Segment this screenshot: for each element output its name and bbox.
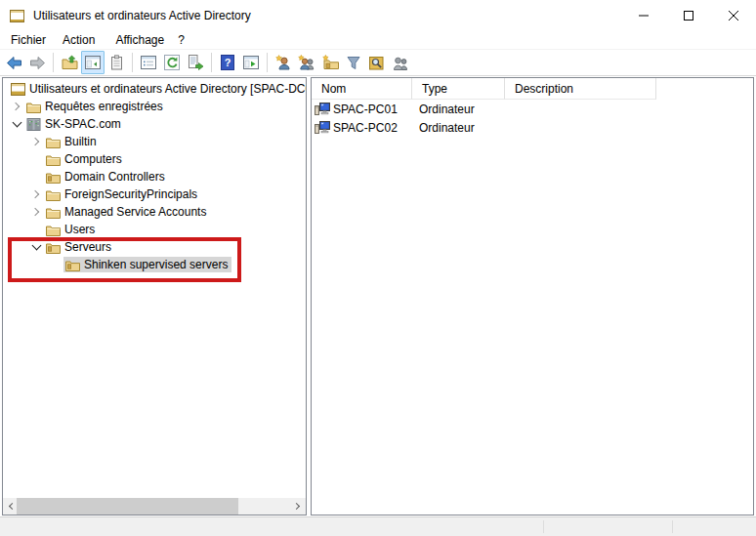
menu-item-affichage[interactable]: Affichage [113,33,166,47]
clipboard-button[interactable] [105,51,128,74]
tree-item[interactable]: SK-SPAC.com [3,115,306,133]
cell-name: SPAC-PC01 [312,103,412,116]
mmc-console-icon [10,10,24,22]
show-console-tree-button[interactable] [81,51,105,74]
chevron-spacer [48,257,63,272]
console-tree: Utilisateurs et ordinateurs Active Direc… [3,78,306,273]
refresh-button[interactable] [160,51,184,74]
toolbar-separator [267,53,268,72]
main-area: Utilisateurs et ordinateurs Active Direc… [0,77,756,516]
column-header-nom[interactable]: Nom [312,78,412,100]
tree-item[interactable]: Managed Service Accounts [3,203,306,221]
cell-type: Ordinateur [412,121,505,135]
scrollbar-thumb[interactable] [17,498,238,515]
tree-item[interactable]: Computers [3,150,306,168]
chevron-collapsed-icon[interactable] [28,186,44,202]
folder-icon [25,101,41,113]
tree-item[interactable]: Users [3,221,306,238]
chevron-expanded-icon[interactable] [28,239,44,255]
menu-item-action[interactable]: Action [61,33,97,47]
help-button[interactable]: ? [216,51,239,74]
security-group-button[interactable] [389,51,412,74]
toolbar-separator [132,53,133,72]
tree-item[interactable]: Domain Controllers [3,168,306,186]
domain-icon [25,118,41,131]
up-one-level-button[interactable] [58,51,81,74]
close-button[interactable] [711,0,756,31]
ou-icon [45,241,61,254]
menu-item-help[interactable]: ? [176,33,187,47]
window-controls [621,0,756,31]
filter-button[interactable] [342,51,365,74]
chevron-collapsed-icon[interactable] [28,204,44,220]
new-organizational-unit-icon [322,55,339,70]
maximize-button[interactable] [666,0,711,31]
tree-item-label: Utilisateurs et ordinateurs Active Direc… [29,82,307,96]
horizontal-scrollbar[interactable] [3,498,306,515]
status-bar [0,516,756,536]
toolbar-separator [53,53,54,72]
tree-item-label: Serveurs [64,240,111,254]
tree-item[interactable]: Shinken supervised servers [3,256,306,273]
cell-name: SPAC-PC02 [312,121,412,135]
refresh-icon [164,55,180,70]
list-row[interactable]: SPAC-PC01Ordinateur [312,100,753,118]
chevron-expanded-icon[interactable] [9,116,24,132]
new-user-button[interactable] [272,51,295,74]
up-one-level-icon [62,55,78,70]
status-divider [543,520,544,533]
tree-item[interactable]: Requêtes enregistrées [3,98,306,115]
window-title: Utilisateurs et ordinateurs Active Direc… [33,9,251,22]
computer-icon [315,121,330,134]
chevron-spacer [28,222,44,237]
new-user-icon [275,55,291,70]
tree-item-label: SK-SPAC.com [45,117,121,131]
new-window-icon [243,56,259,69]
help-icon: ? [221,55,234,70]
new-group-button[interactable] [295,51,318,74]
toolbar-separator [211,53,212,72]
column-header-type[interactable]: Type [412,78,505,100]
tree-item[interactable]: Serveurs [3,238,306,256]
title-bar: Utilisateurs et ordinateurs Active Direc… [0,0,756,31]
minimize-button[interactable] [621,0,666,31]
svg-text:?: ? [225,57,231,68]
back-button[interactable] [2,51,25,74]
cell-type: Ordinateur [412,103,505,116]
new-organizational-unit-button[interactable] [318,51,342,74]
console-icon [10,83,25,96]
chevron-collapsed-icon[interactable] [28,134,44,149]
tree-item[interactable]: Utilisateurs et ordinateurs Active Direc… [3,80,306,98]
tree-item-label: Managed Service Accounts [64,205,206,219]
list-header: NomTypeDescription [312,78,753,100]
ou-icon [45,171,61,184]
forward-button[interactable] [25,51,49,74]
tree-item[interactable]: Builtin [3,133,306,150]
tree-item-label: Builtin [64,135,97,148]
menu-item-fichier[interactable]: Fichier [9,33,48,47]
tree-item[interactable]: ForeignSecurityPrincipals [3,186,306,203]
status-divider [672,520,673,533]
find-button[interactable] [365,51,389,74]
computer-name: SPAC-PC01 [333,103,398,116]
minimize-icon [639,11,649,21]
tree-item-label: Domain Controllers [64,170,165,184]
filter-icon [347,56,360,70]
folder-icon [45,206,61,219]
details-pane: NomTypeDescription SPAC-PC01OrdinateurSP… [311,77,754,515]
export-list-button[interactable] [184,51,207,74]
list-row[interactable]: SPAC-PC02Ordinateur [312,118,753,137]
computer-icon [315,103,330,115]
column-header-description[interactable]: Description [505,78,656,100]
console-tree-pane: Utilisateurs et ordinateurs Active Direc… [2,77,307,515]
chevron-collapsed-icon[interactable] [9,99,24,114]
show-console-tree-icon [85,56,101,69]
tree-item-label: Computers [64,152,122,166]
list-properties-button[interactable] [137,51,160,74]
tree-item-label: Users [64,223,95,236]
new-window-button[interactable] [239,51,263,74]
new-group-icon [298,55,315,70]
close-icon [729,11,738,21]
ou-icon [64,259,80,271]
scroll-right-icon[interactable] [289,498,306,515]
